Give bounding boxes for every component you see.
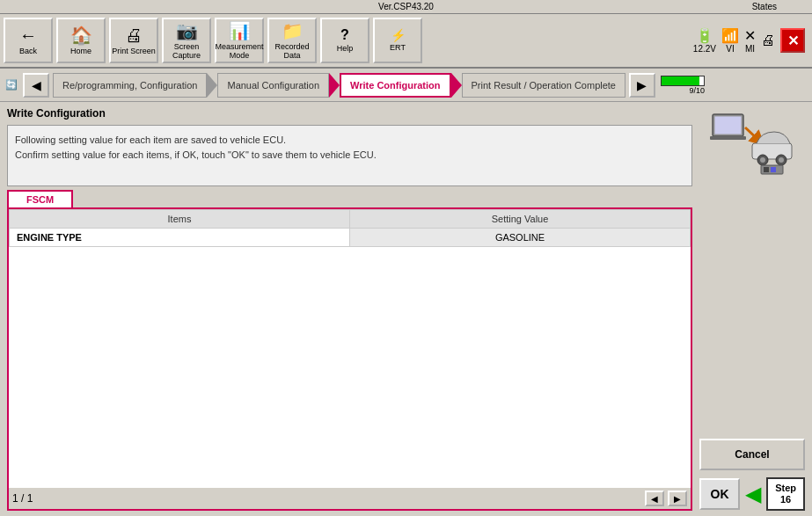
write-config-label: Write Configuration <box>350 80 440 91</box>
home-label: Home <box>70 47 91 56</box>
step-forward-button[interactable]: ▶ <box>629 73 655 98</box>
ok-button[interactable]: OK <box>699 478 740 510</box>
step-arrow-2 <box>329 73 340 98</box>
svg-rect-2 <box>710 136 746 140</box>
ert-label: ERT <box>390 44 406 53</box>
back-icon: ← <box>19 25 37 46</box>
progress-bar-fill <box>662 76 699 85</box>
mi-label: MI <box>745 44 755 54</box>
manual-config-label: Manual Configuration <box>227 80 319 91</box>
step-reprogramming: Re/programming, Configuration <box>53 73 207 98</box>
main-content: Write Configuration Following setting va… <box>0 102 812 516</box>
recorded-data-button[interactable]: 📁 Recorded Data <box>267 18 317 63</box>
help-button[interactable]: ? Help <box>320 18 369 63</box>
voltage-icon: 🔋 <box>696 27 713 44</box>
print-screen-icon: 🖨 <box>125 25 143 46</box>
ert-button[interactable]: ⚡ ERT <box>373 18 422 63</box>
states-label: States <box>752 2 777 11</box>
tab-fscm[interactable]: FSCM <box>7 190 73 207</box>
pagination-text: 1 / 1 <box>12 492 33 505</box>
print-result-label: Print Result / Operation Complete <box>472 80 616 91</box>
svg-rect-1 <box>714 116 742 134</box>
reprogramming-label: Re/programming, Configuration <box>62 80 197 91</box>
action-buttons: Cancel OK ◀ Step 16 <box>699 439 805 511</box>
mi-icon: ✕ <box>744 27 756 44</box>
voltage-status: 🔋 12.2V <box>693 27 716 54</box>
step-arrow-3 <box>451 73 462 98</box>
engine-type-item: ENGINE TYPE <box>10 229 350 247</box>
car-illustration <box>704 107 801 178</box>
step-progress: 9/10 <box>661 76 705 95</box>
print-screen-button[interactable]: 🖨 Print Screen <box>109 18 158 63</box>
cancel-button[interactable]: Cancel <box>699 439 805 470</box>
col-items-header: Items <box>10 210 350 229</box>
screen-capture-label: Screen Capture <box>164 43 209 61</box>
print-screen-label: Print Screen <box>112 47 156 56</box>
prev-page-button[interactable]: ◀ <box>645 491 664 506</box>
config-table: Items Setting Value ENGINE TYPE GASOLINE <box>9 209 691 247</box>
step-indicator: Step 16 <box>766 477 805 511</box>
svg-rect-10 <box>771 167 776 172</box>
vi-status: 📶 VI <box>721 27 739 54</box>
info-box: Following setting value for each item ar… <box>7 125 692 186</box>
voltage-value: 12.2V <box>693 44 716 54</box>
step-write-config: Write Configuration <box>340 73 450 98</box>
back-button[interactable]: ← Back <box>4 18 53 63</box>
content-right: Cancel OK ◀ Step 16 <box>699 107 805 511</box>
scan-icon: 🔄 <box>5 79 18 91</box>
engine-type-value: GASOLINE <box>350 229 691 247</box>
svg-rect-9 <box>764 167 769 172</box>
step-print-result: Print Result / Operation Complete <box>462 73 625 98</box>
progress-bar-container <box>661 76 705 86</box>
screen-capture-icon: 📷 <box>176 20 198 41</box>
next-page-button[interactable]: ▶ <box>668 491 687 506</box>
printer-status: 🖨 <box>761 33 775 48</box>
signal-icon: 📶 <box>721 27 739 44</box>
measurement-mode-button[interactable]: 📊 Measurement Mode <box>215 18 264 63</box>
mi-status: ✕ MI <box>744 27 756 54</box>
measurement-mode-label: Measurement Mode <box>215 43 263 61</box>
step-navigation: 🔄 ◀ Re/programming, Configuration Manual… <box>0 69 812 102</box>
ert-icon: ⚡ <box>391 28 406 42</box>
step-number: 16 <box>775 494 796 505</box>
info-line2: Confirm setting value for each items, if… <box>15 149 377 160</box>
pagination-row: 1 / 1 ◀ ▶ <box>9 488 691 509</box>
toolbar: ← Back 🏠 Home 🖨 Print Screen 📷 Screen Ca… <box>0 14 812 69</box>
info-line1: Following setting value for each item ar… <box>15 134 286 145</box>
svg-point-7 <box>779 157 784 163</box>
recorded-data-label: Recorded Data <box>269 43 315 61</box>
step-arrow-1 <box>207 73 217 98</box>
measurement-mode-icon: 📊 <box>229 20 251 41</box>
back-label: Back <box>19 47 37 56</box>
home-icon: 🏠 <box>70 25 92 46</box>
svg-point-5 <box>760 157 765 163</box>
close-button[interactable]: ✕ <box>780 28 805 53</box>
table-row: ENGINE TYPE GASOLINE <box>10 229 691 247</box>
version-label: Ver.CSP43.20 <box>378 2 434 11</box>
step-manual-config: Manual Configuration <box>217 73 329 98</box>
progress-text: 9/10 <box>689 86 705 95</box>
help-icon: ? <box>340 27 349 43</box>
printer-icon: 🖨 <box>761 33 775 48</box>
step-label: Step <box>775 483 796 494</box>
tab-content: Items Setting Value ENGINE TYPE GASOLINE <box>7 207 692 511</box>
section-title: Write Configuration <box>7 107 692 120</box>
ok-step-row: OK ◀ Step 16 <box>699 477 805 511</box>
help-label: Help <box>337 45 354 54</box>
recorded-data-icon: 📁 <box>282 20 304 41</box>
green-arrow-icon: ◀ <box>745 482 761 506</box>
home-button[interactable]: 🏠 Home <box>56 18 106 63</box>
screen-capture-button[interactable]: 📷 Screen Capture <box>162 18 211 63</box>
vi-label: VI <box>726 44 734 54</box>
col-value-header: Setting Value <box>350 210 691 229</box>
step-back-button[interactable]: ◀ <box>23 73 49 98</box>
tab-header: FSCM <box>7 190 692 207</box>
